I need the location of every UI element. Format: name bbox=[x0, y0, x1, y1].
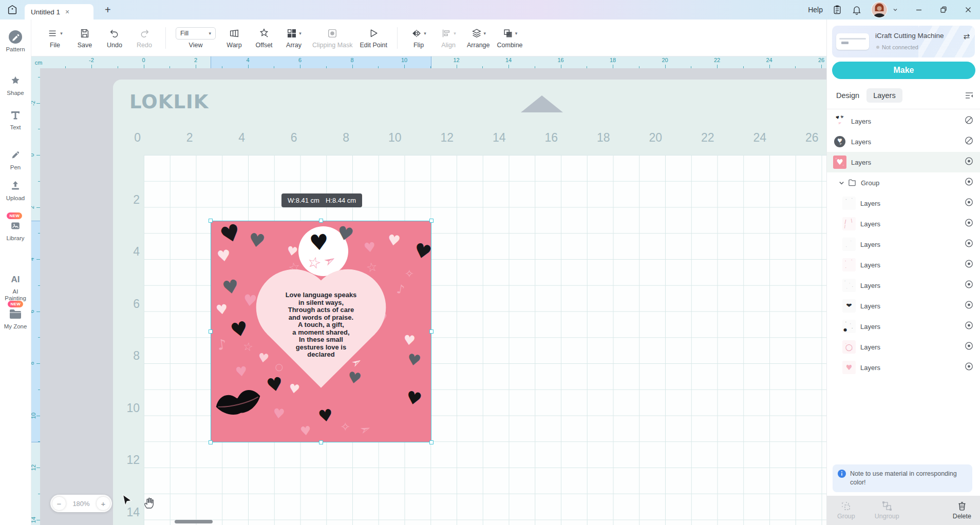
resize-handle[interactable] bbox=[429, 440, 434, 444]
visibility-on-icon[interactable] bbox=[965, 301, 973, 312]
ruler-tick bbox=[613, 65, 613, 68]
ruler-tick bbox=[457, 65, 457, 68]
sidebar-item-ai-painting[interactable]: AIAIPainting bbox=[0, 272, 31, 302]
visibility-on-icon[interactable] bbox=[965, 321, 973, 332]
tab-layers[interactable]: Layers bbox=[866, 88, 902, 103]
sidebar-item-my-zone[interactable]: NEWMy Zone bbox=[0, 307, 31, 330]
switch-machine-icon[interactable]: ⇄ bbox=[963, 32, 970, 41]
sidebar-item-text[interactable]: Text bbox=[0, 108, 31, 131]
ruler-number: 6 bbox=[298, 57, 301, 63]
sidebar-item-pattern[interactable]: Pattern bbox=[0, 30, 31, 53]
toolbar-label: Clipping Mask bbox=[312, 42, 353, 49]
resize-handle[interactable] bbox=[319, 440, 323, 444]
visibility-on-icon[interactable] bbox=[965, 239, 973, 250]
layer-row[interactable]: ♥Layers bbox=[827, 296, 980, 316]
layer-name: Layers bbox=[860, 282, 880, 289]
layer-row[interactable]: ··Layers bbox=[827, 234, 980, 255]
zoom-out-button[interactable]: − bbox=[52, 497, 66, 510]
ruler-number: 10 bbox=[401, 57, 407, 63]
layer-row[interactable]: ··Layers bbox=[827, 193, 980, 213]
sidebar-item-label: AIPainting bbox=[5, 288, 26, 302]
toolbar-save[interactable]: Save bbox=[73, 27, 96, 49]
layer-name: Layers bbox=[860, 343, 880, 351]
home-button[interactable] bbox=[5, 3, 20, 17]
resize-handle[interactable] bbox=[209, 440, 213, 444]
layer-row[interactable]: ♥Layers bbox=[827, 357, 980, 378]
account-chevron-down-icon[interactable] bbox=[893, 7, 898, 12]
visibility-on-icon[interactable] bbox=[965, 342, 973, 353]
layer-row[interactable]: ♥♥➣Layers bbox=[827, 111, 980, 131]
layer-row[interactable]: ♥✧✧Layers bbox=[827, 152, 980, 172]
canvas-area[interactable]: LOKLIK 02468101214161820222426 246810121… bbox=[31, 56, 826, 525]
pan-hand-icon[interactable] bbox=[143, 496, 155, 509]
mat-column-number: 2 bbox=[176, 131, 193, 145]
sidebar-item-upload[interactable]: Upload bbox=[0, 179, 31, 202]
clipboard-icon[interactable] bbox=[832, 5, 842, 15]
toolbar-combine[interactable]: ▾Combine bbox=[497, 27, 523, 49]
layer-row[interactable]: ···Layers bbox=[827, 255, 980, 275]
delete-label: Delete bbox=[953, 513, 971, 520]
toolbar-warp[interactable]: Warp bbox=[223, 27, 246, 49]
horizontal-ruler: -202468101214161820222426 cm bbox=[31, 56, 826, 68]
sidebar-item-pen[interactable]: Pen bbox=[0, 148, 31, 171]
visibility-off-icon[interactable] bbox=[965, 137, 973, 147]
minimize-button[interactable] bbox=[915, 6, 922, 13]
maximize-button[interactable] bbox=[940, 6, 947, 13]
toolbar-view[interactable]: Fill▾View bbox=[176, 27, 216, 49]
delete-button[interactable]: Delete bbox=[953, 501, 971, 520]
mat-column-number: 26 bbox=[801, 131, 819, 145]
collapse-panel-icon[interactable] bbox=[965, 91, 974, 100]
resize-handle[interactable] bbox=[429, 219, 434, 223]
visibility-on-icon[interactable] bbox=[965, 157, 973, 168]
machine-card[interactable]: iCraft Cutting Machine Not connected ⇄ bbox=[832, 26, 975, 57]
fill-select[interactable]: Fill▾ bbox=[176, 27, 216, 40]
select-cursor-icon[interactable] bbox=[120, 494, 134, 508]
visibility-on-icon[interactable] bbox=[965, 198, 973, 209]
zoom-in-button[interactable]: + bbox=[97, 497, 110, 510]
group-expand-chevron-icon[interactable] bbox=[838, 180, 845, 186]
visibility-on-icon[interactable] bbox=[965, 178, 973, 188]
toolbar-arrange[interactable]: ▾Arrange bbox=[467, 27, 489, 49]
toolbar-undo[interactable]: Undo bbox=[103, 27, 126, 49]
document-tab[interactable]: Untitled 1 × bbox=[25, 4, 93, 20]
pen-icon bbox=[10, 148, 21, 162]
toolbar-flip[interactable]: ▾Flip bbox=[407, 27, 430, 49]
selected-object[interactable]: ♥♥♥♥☆☆♥➣✧♥♥♥♥☆✧♪♥♥♥♥♪☆♥♥♥♥○♥♥♥♥➣♥♥♥♥✧➣ L… bbox=[211, 221, 431, 442]
layer-row[interactable]: ♥➣Layers bbox=[827, 131, 980, 152]
ruler-number: 20 bbox=[662, 57, 668, 63]
toolbar-file[interactable]: ▾File bbox=[44, 27, 66, 49]
resize-handle[interactable] bbox=[429, 329, 434, 334]
toolbar-array[interactable]: ▾Array bbox=[282, 27, 305, 49]
visibility-on-icon[interactable] bbox=[965, 260, 973, 270]
size-tooltip-height: H:8.44 cm bbox=[326, 197, 356, 204]
close-button[interactable] bbox=[965, 6, 972, 13]
new-tab-button[interactable]: + bbox=[105, 4, 111, 16]
visibility-on-icon[interactable] bbox=[965, 280, 973, 291]
help-link[interactable]: Help bbox=[808, 6, 823, 14]
layer-thumbnail: ···● bbox=[842, 320, 856, 333]
visibility-on-icon[interactable] bbox=[965, 362, 973, 373]
make-button[interactable]: Make bbox=[832, 62, 975, 79]
user-avatar[interactable] bbox=[871, 2, 888, 18]
visibility-off-icon[interactable] bbox=[965, 116, 973, 127]
toolbar-offset[interactable]: Offset bbox=[253, 27, 275, 49]
mat-column-number: 12 bbox=[436, 131, 454, 145]
toolbar-label: File bbox=[50, 42, 60, 49]
horizontal-scrollbar[interactable] bbox=[175, 520, 213, 523]
visibility-on-icon[interactable] bbox=[965, 219, 973, 229]
notifications-bell-icon[interactable] bbox=[852, 5, 862, 15]
sidebar-item-shape[interactable]: Shape bbox=[0, 73, 31, 96]
resize-handle[interactable] bbox=[209, 329, 213, 334]
group-row[interactable]: Group bbox=[827, 172, 980, 193]
toolbar-edit-point[interactable]: Edit Point bbox=[360, 27, 388, 49]
resize-handle[interactable] bbox=[319, 219, 323, 223]
layer-row[interactable]: ···●Layers bbox=[827, 316, 980, 337]
resize-handle[interactable] bbox=[209, 219, 213, 223]
size-tooltip-width: W:8.41 cm bbox=[288, 197, 319, 204]
layer-row[interactable]: |||Layers bbox=[827, 213, 980, 234]
sidebar-item-library[interactable]: NEWLibrary bbox=[0, 219, 31, 242]
tab-design[interactable]: Design bbox=[836, 91, 859, 100]
layer-row[interactable]: ○··Layers bbox=[827, 337, 980, 357]
tab-close-icon[interactable]: × bbox=[65, 8, 69, 16]
layer-row[interactable]: ····Layers bbox=[827, 275, 980, 296]
